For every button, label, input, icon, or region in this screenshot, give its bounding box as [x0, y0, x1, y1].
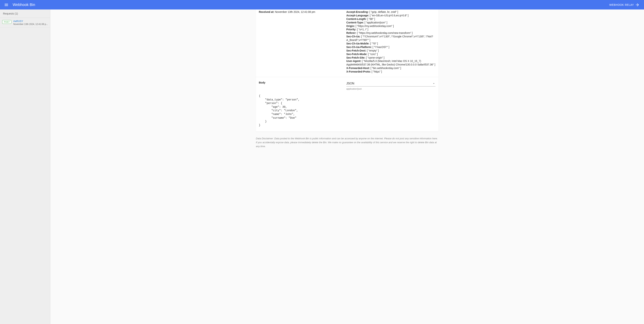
header-value: [ "same-origin" ]	[366, 56, 384, 59]
header-value: [ "?0" ]	[370, 42, 378, 45]
request-detail-card: Received at: November 13th 2024, 12:41:0…	[256, 9, 438, 132]
header-key: Sec-Fetch-Site:	[346, 56, 366, 59]
request-id: #wRUSY	[13, 20, 48, 22]
header-key: Sec-Ch-Ua-Platform:	[346, 46, 373, 48]
main-content: Received at: November 13th 2024, 12:41:0…	[50, 9, 644, 324]
chevron-down-icon	[432, 82, 436, 85]
header-key: Accept-Language:	[346, 14, 370, 17]
header-line: Referer: [ "https://my.webhookrelay.com/…	[346, 31, 436, 35]
webhook-relay-label: WEBHOOK RELAY	[609, 3, 634, 6]
header-key: Referer:	[346, 31, 357, 34]
header-line: Content-Length: [ "88" ]	[346, 17, 436, 21]
header-key: Content-Type:	[346, 21, 365, 24]
header-value: [ "en-GB,en-US;q=0.9,en;q=0.8" ]	[370, 14, 409, 17]
sidebar-header: Requests (1)	[0, 9, 50, 18]
request-time: November 13th 2024, 12:41:08 p...	[13, 23, 48, 25]
menu-button[interactable]	[3, 1, 10, 8]
header-key: Content-Length:	[346, 17, 368, 20]
method-badge: POST	[2, 20, 11, 24]
header-line: Sec-Fetch-Mode: [ "cors" ]	[346, 52, 436, 56]
headers-list: Accept-Encoding: [ "gzip, deflate, br, z…	[346, 10, 436, 73]
header-key: Sec-Fetch-Dest:	[346, 49, 367, 52]
header-value: [ "https://my.webhookrelay.com/new-trans…	[357, 31, 412, 34]
header-key: User-Agent:	[346, 59, 362, 62]
header-line: Sec-Fetch-Dest: [ "empty" ]	[346, 49, 436, 52]
body-format-hint: application/json	[346, 88, 436, 90]
request-item[interactable]: POST #wRUSY November 13th 2024, 12:41:08…	[0, 18, 50, 27]
header-line: Priority: [ "u=1, i" ]	[346, 28, 436, 31]
header-line: Sec-Ch-Ua-Mobile: [ "?0" ]	[346, 42, 436, 45]
header-value: [ "application/json" ]	[364, 21, 387, 24]
header-value: [ "gzip, deflate, br, zstd" ]	[369, 10, 398, 13]
header-line: Content-Type: [ "application/json" ]	[346, 21, 436, 24]
header-key: Priority:	[346, 28, 357, 31]
header-line: Sec-Fetch-Site: [ "same-origin" ]	[346, 56, 436, 59]
header-key: Accept-Encoding:	[346, 10, 370, 13]
header-value: [ "https://my.webhookrelay.com" ]	[356, 24, 394, 27]
header-value: [ "\"macOS\"" ]	[372, 46, 389, 48]
sidebar: Requests (1) POST #wRUSY November 13th 2…	[0, 9, 50, 324]
header-line: Sec-Ch-Ua-Platform: [ "\"macOS\"" ]	[346, 45, 436, 49]
header-line: X-Forwarded-Proto: [ "https" ]	[346, 70, 436, 73]
header-key: Sec-Ch-Ua:	[346, 35, 361, 38]
body-format-select[interactable]: JSON	[346, 81, 436, 86]
header-value: [ "cors" ]	[368, 53, 378, 56]
header-key: X-Forwarded-Host:	[346, 67, 371, 70]
hamburger-icon	[4, 2, 8, 7]
arrow-right-icon	[635, 2, 640, 7]
disclaimer: Data Disclaimer: Data posted to the Webh…	[256, 137, 438, 148]
received-at-label: Received at:	[259, 10, 274, 13]
header-value: [ "u=1, i" ]	[357, 28, 368, 31]
received-at-value: November 13th 2024, 12:41:08 pm	[275, 10, 315, 13]
body-format-value: JSON	[346, 82, 354, 85]
received-at-line: Received at: November 13th 2024, 12:41:0…	[259, 10, 342, 14]
body-label: Body	[259, 81, 342, 84]
header-line: X-Forwarded-Host: [ "bin.webhookrelay.co…	[346, 66, 436, 70]
body-content: { "data_type": "person", "person": { "ag…	[256, 92, 438, 132]
header-key: Sec-Fetch-Mode:	[346, 53, 368, 56]
header-value: [ "https" ]	[372, 70, 382, 73]
header-line: Origin: [ "https://my.webhookrelay.com" …	[346, 24, 436, 28]
header-key: Origin:	[346, 24, 356, 27]
header-value: [ "88" ]	[367, 17, 375, 20]
header-value: [ "bin.webhookrelay.com" ]	[370, 67, 401, 70]
header-line: User-Agent: [ "Mozilla/5.0 (Macintosh; I…	[346, 59, 436, 66]
header-key: X-Forwarded-Proto:	[346, 70, 372, 73]
header-line: Accept-Language: [ "en-GB,en-US;q=0.9,en…	[346, 14, 436, 17]
header-line: Sec-Ch-Ua: [ "\"Chromium\";v=\"130\", \"…	[346, 35, 436, 42]
webhook-relay-button[interactable]: WEBHOOK RELAY	[608, 1, 641, 8]
app-title: Webhook Bin	[13, 2, 35, 7]
header-key: Sec-Ch-Ua-Mobile:	[346, 42, 370, 45]
appbar: Webhook Bin WEBHOOK RELAY	[0, 0, 644, 9]
header-value: [ "empty" ]	[367, 49, 379, 52]
header-line: Accept-Encoding: [ "gzip, deflate, br, z…	[346, 10, 436, 14]
